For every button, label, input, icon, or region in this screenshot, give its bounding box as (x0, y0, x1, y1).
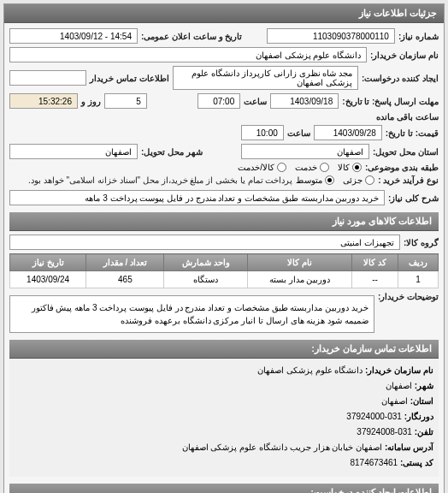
quote-until-label: قیمت: تا تاریخ: (386, 128, 439, 138)
city-label: شهر: (415, 381, 433, 390)
city-value: اصفهان (386, 381, 412, 390)
contact-section-header: اطلاعات تماس سازمان خریدار: (9, 340, 439, 359)
response-deadline-date: 1403/09/18 (270, 93, 339, 109)
quote-until-time: 10:00 (241, 125, 284, 140)
days-label: روز و (81, 97, 101, 106)
radio-medium-label: متوسط (296, 175, 322, 185)
creator-section-header: اطلاعات ایجاد کننده درخواست: (9, 484, 439, 493)
radio-small-label: جزئی (343, 175, 363, 185)
th-code: کد کالا (352, 254, 398, 271)
delivery-city-field: اصفهان (9, 144, 138, 159)
contact-info-block: نام سازمان خریدار: دانشگاه علوم پزشکی اص… (9, 359, 439, 477)
delivery-state-field: اصفهان (241, 144, 369, 159)
category-label: طبقه بندی موضوعی: (365, 163, 439, 172)
th-row: ردیف (398, 254, 439, 271)
radio-small[interactable]: جزئی (343, 175, 374, 185)
goods-table: ردیف کد کالا نام کالا واحد شمارش تعداد /… (9, 253, 439, 288)
phone-label: تلفن: (415, 427, 433, 437)
buyer-contact-label: اطلاعات تماس خریدار (90, 74, 169, 83)
goods-section-header: اطلاعات کالاهای مورد نیاز (9, 212, 439, 231)
postal-label: کد پستی: (400, 458, 433, 467)
goods-group-field: تجهیزات امنیتی (9, 235, 400, 250)
radio-medium[interactable]: متوسط (296, 175, 334, 185)
radio-both-label: کالا/خدمت (238, 163, 274, 172)
request-no-field: 1103090378000110 (267, 28, 395, 44)
request-no-label: شماره نیاز: (398, 32, 439, 41)
state-label: استان: (410, 396, 433, 406)
goods-group-label: گروه کالا: (404, 238, 439, 247)
radio-service[interactable]: خدمت (295, 163, 329, 172)
org-label: نام سازمان خریدار: (365, 365, 433, 375)
description-label: توضیحات خریدار: (378, 292, 439, 301)
td-name: دوربین مدار بسته (248, 271, 352, 288)
buyer-contact-field (9, 70, 86, 86)
main-content: شماره نیاز: 1103090378000110 تاریخ و ساع… (4, 23, 444, 493)
response-deadline-time: 07:00 (197, 93, 240, 109)
requester-field: مجد شاه نظری زارانی کارپرداز دانشگاه علو… (173, 66, 359, 90)
address-value: اصفهان خیابان هزار جریب دانشگاه علوم پزش… (182, 443, 382, 452)
table-row: 1 -- دوربین مدار بسته دستگاه 465 1403/09… (10, 271, 439, 288)
address-label: آدرس سامانه: (385, 443, 433, 452)
purchase-type-label: نوع فرآیند خرید : (378, 175, 439, 185)
th-qty: تعداد / مقدار (86, 254, 164, 271)
radio-dot-icon (352, 163, 362, 172)
public-date-label: تاریخ و ساعت اعلان عمومی: (141, 32, 242, 41)
time-label-1: ساعت (244, 97, 267, 106)
description-box: خرید دوربین مداربسته طبق مشخصات و تعداد … (9, 295, 374, 333)
public-date-field: 14:54 - 1403/09/12 (9, 28, 138, 44)
radio-dot-icon (365, 175, 374, 185)
details-panel: جزئیات اطلاعات نیاز شماره نیاز: 11030903… (3, 3, 445, 493)
th-date: تاریخ نیاز (10, 254, 86, 271)
category-radio-group: کالا خدمت کالا/خدمت (238, 163, 362, 172)
radio-goods[interactable]: کالا (338, 163, 362, 172)
time-label-2: ساعت (287, 128, 310, 138)
radio-goods-label: کالا (338, 163, 350, 172)
buyer-name-label: نام سازمان خریدار: (370, 50, 439, 60)
org-value: دانشگاه علوم پزشکی اصفهان (257, 365, 363, 375)
fax-value: 031-37924000 (346, 412, 402, 421)
td-qty: 465 (86, 271, 164, 288)
response-deadline-label: مهلت ارسال پاسخ: تا تاریخ: (342, 97, 439, 106)
td-row: 1 (398, 271, 439, 288)
th-unit: واحد شمارش (164, 254, 248, 271)
state-value: اصفهان (381, 396, 408, 406)
radio-dot-icon (277, 163, 286, 172)
postal-value: 8174673461 (350, 458, 398, 467)
quote-until-date: 1403/09/28 (314, 125, 382, 140)
th-name: نام کالا (248, 254, 352, 271)
need-title-field: خرید دوربین مداربسته طبق مشخصات و تعداد … (9, 190, 385, 205)
requester-label: ایجاد کننده درخواست: (362, 74, 439, 83)
panel-title: جزئیات اطلاعات نیاز (4, 4, 444, 23)
td-unit: دستگاه (164, 271, 248, 288)
table-header-row: ردیف کد کالا نام کالا واحد شمارش تعداد /… (10, 254, 439, 271)
td-date: 1403/09/24 (10, 271, 86, 288)
td-code: -- (352, 271, 398, 288)
remaining-time: 15:32:26 (9, 93, 78, 109)
fax-label: دورنگار: (404, 412, 433, 421)
radio-dot-icon (325, 175, 334, 185)
delivery-city-label: شهر محل تحویل: (141, 147, 203, 157)
phone-value: 031-37924008 (357, 427, 412, 437)
purchase-note: پرداخت تمام یا بخشی از مبلغ خرید،از محل … (28, 175, 292, 185)
radio-both[interactable]: کالا/خدمت (238, 163, 286, 172)
delivery-state-label: استان محل تحویل: (373, 147, 439, 157)
remaining-label: ساعت باقی مانده (376, 112, 439, 122)
purchase-type-radio-group: جزئی متوسط (296, 175, 374, 185)
radio-service-label: خدمت (295, 163, 317, 172)
buyer-name-field: دانشگاه علوم پزشکی اصفهان (9, 47, 367, 62)
days-value: 5 (104, 93, 147, 109)
radio-dot-icon (320, 163, 329, 172)
need-title-label: شرح کلی نیاز: (388, 193, 439, 203)
